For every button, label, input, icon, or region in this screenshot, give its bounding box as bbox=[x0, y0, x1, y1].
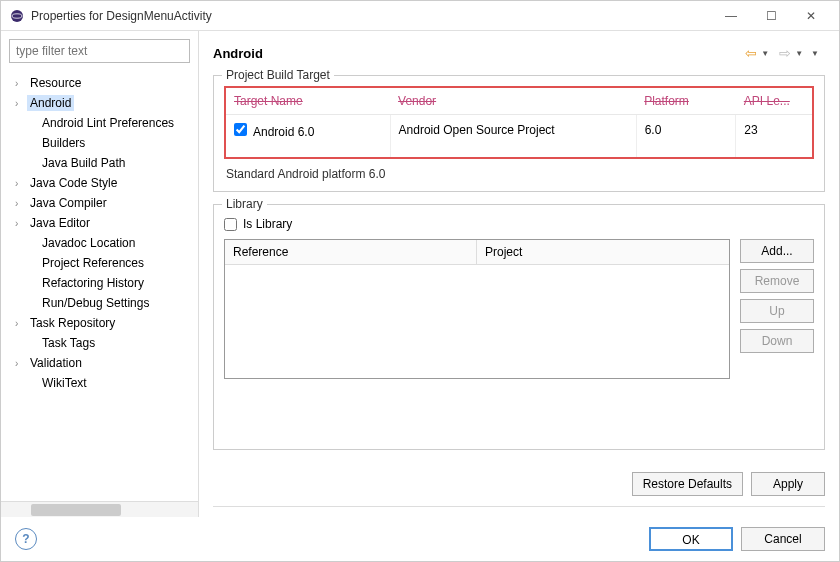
back-icon[interactable]: ⇦ bbox=[743, 43, 759, 63]
chevron-right-icon: › bbox=[15, 318, 27, 329]
tree-item-label: Validation bbox=[27, 355, 85, 371]
tree-item-label: Android Lint Preferences bbox=[39, 115, 177, 131]
chevron-right-icon: › bbox=[15, 98, 27, 109]
col-reference[interactable]: Reference bbox=[225, 240, 477, 264]
titlebar: Properties for DesignMenuActivity — ☐ ✕ bbox=[1, 1, 839, 31]
svg-point-0 bbox=[11, 10, 23, 22]
restore-defaults-button[interactable]: Restore Defaults bbox=[632, 472, 743, 496]
tree-item-label: Refactoring History bbox=[39, 275, 147, 291]
content-panel: Android ⇦ ▼ ⇨ ▼ ▼ Project Build Target T… bbox=[199, 31, 839, 517]
tree-item-label: Resource bbox=[27, 75, 84, 91]
minimize-button[interactable]: — bbox=[711, 2, 751, 30]
eclipse-icon bbox=[9, 8, 25, 24]
tree[interactable]: ›Resource›AndroidAndroid Lint Preference… bbox=[1, 71, 198, 501]
scrollbar-thumb[interactable] bbox=[31, 504, 121, 516]
tree-item-label: Java Compiler bbox=[27, 195, 110, 211]
tree-item-label: Android bbox=[27, 95, 74, 111]
target-highlight-box: Target Name Vendor Platform API Le... An… bbox=[224, 86, 814, 159]
library-group: Library Is Library Reference Project Add… bbox=[213, 204, 825, 450]
remove-button[interactable]: Remove bbox=[740, 269, 814, 293]
tree-item-label: Task Repository bbox=[27, 315, 118, 331]
target-platform: 6.0 bbox=[636, 115, 736, 158]
library-label: Library bbox=[222, 197, 267, 211]
build-target-label: Project Build Target bbox=[222, 68, 334, 82]
back-dropdown-icon[interactable]: ▼ bbox=[761, 49, 769, 58]
tree-item-label: Builders bbox=[39, 135, 88, 151]
col-target-name[interactable]: Target Name bbox=[226, 88, 390, 115]
tree-item-java-editor[interactable]: ›Java Editor bbox=[1, 213, 198, 233]
down-button[interactable]: Down bbox=[740, 329, 814, 353]
tree-item-android[interactable]: ›Android bbox=[1, 93, 198, 113]
col-api[interactable]: API Le... bbox=[736, 88, 812, 115]
col-platform[interactable]: Platform bbox=[636, 88, 736, 115]
is-library-label: Is Library bbox=[243, 217, 292, 231]
tree-item-label: Task Tags bbox=[39, 335, 98, 351]
tree-item-validation[interactable]: ›Validation bbox=[1, 353, 198, 373]
is-library-checkbox[interactable] bbox=[224, 218, 237, 231]
tree-item-refactoring-history[interactable]: Refactoring History bbox=[1, 273, 198, 293]
ok-button[interactable]: OK bbox=[649, 527, 733, 551]
up-button[interactable]: Up bbox=[740, 299, 814, 323]
tree-item-resource[interactable]: ›Resource bbox=[1, 73, 198, 93]
tree-item-label: Project References bbox=[39, 255, 147, 271]
page-heading: Android bbox=[213, 46, 743, 61]
target-checkbox[interactable] bbox=[234, 123, 247, 136]
cancel-button[interactable]: Cancel bbox=[741, 527, 825, 551]
target-table: Target Name Vendor Platform API Le... An… bbox=[226, 88, 812, 157]
chevron-right-icon: › bbox=[15, 218, 27, 229]
chevron-right-icon: › bbox=[15, 178, 27, 189]
chevron-right-icon: › bbox=[15, 78, 27, 89]
tree-item-label: Java Code Style bbox=[27, 175, 120, 191]
filter-input[interactable] bbox=[9, 39, 190, 63]
target-api: 23 bbox=[736, 115, 812, 158]
forward-dropdown-icon[interactable]: ▼ bbox=[795, 49, 803, 58]
platform-note: Standard Android platform 6.0 bbox=[226, 167, 812, 181]
dialog-footer: ? OK Cancel bbox=[1, 517, 839, 561]
tree-item-project-references[interactable]: Project References bbox=[1, 253, 198, 273]
tree-item-run-debug-settings[interactable]: Run/Debug Settings bbox=[1, 293, 198, 313]
sidebar: ›Resource›AndroidAndroid Lint Preference… bbox=[1, 31, 199, 517]
tree-item-java-build-path[interactable]: Java Build Path bbox=[1, 153, 198, 173]
help-icon[interactable]: ? bbox=[15, 528, 37, 550]
library-table[interactable]: Reference Project bbox=[224, 239, 730, 379]
tree-item-wikitext[interactable]: WikiText bbox=[1, 373, 198, 393]
build-target-group: Project Build Target Target Name Vendor … bbox=[213, 75, 825, 192]
col-vendor[interactable]: Vendor bbox=[390, 88, 636, 115]
maximize-button[interactable]: ☐ bbox=[751, 2, 791, 30]
tree-item-java-compiler[interactable]: ›Java Compiler bbox=[1, 193, 198, 213]
chevron-right-icon: › bbox=[15, 198, 27, 209]
tree-item-task-repository[interactable]: ›Task Repository bbox=[1, 313, 198, 333]
tree-item-label: Javadoc Location bbox=[39, 235, 138, 251]
target-row[interactable]: Android 6.0 Android Open Source Project … bbox=[226, 115, 812, 158]
tree-item-label: WikiText bbox=[39, 375, 90, 391]
tree-item-android-lint-preferences[interactable]: Android Lint Preferences bbox=[1, 113, 198, 133]
target-vendor: Android Open Source Project bbox=[390, 115, 636, 158]
tree-item-label: Java Build Path bbox=[39, 155, 128, 171]
help-area: ? bbox=[15, 528, 649, 550]
tree-item-label: Java Editor bbox=[27, 215, 93, 231]
tree-item-task-tags[interactable]: Task Tags bbox=[1, 333, 198, 353]
tree-item-java-code-style[interactable]: ›Java Code Style bbox=[1, 173, 198, 193]
chevron-right-icon: › bbox=[15, 358, 27, 369]
horizontal-scrollbar[interactable] bbox=[1, 501, 198, 517]
target-name: Android 6.0 bbox=[253, 125, 314, 139]
tree-item-builders[interactable]: Builders bbox=[1, 133, 198, 153]
col-project[interactable]: Project bbox=[477, 240, 530, 264]
forward-icon[interactable]: ⇨ bbox=[777, 43, 793, 63]
apply-button[interactable]: Apply bbox=[751, 472, 825, 496]
tree-item-label: Run/Debug Settings bbox=[39, 295, 152, 311]
window-title: Properties for DesignMenuActivity bbox=[31, 9, 711, 23]
close-button[interactable]: ✕ bbox=[791, 2, 831, 30]
add-button[interactable]: Add... bbox=[740, 239, 814, 263]
tree-item-javadoc-location[interactable]: Javadoc Location bbox=[1, 233, 198, 253]
menu-dropdown-icon[interactable]: ▼ bbox=[811, 49, 819, 58]
